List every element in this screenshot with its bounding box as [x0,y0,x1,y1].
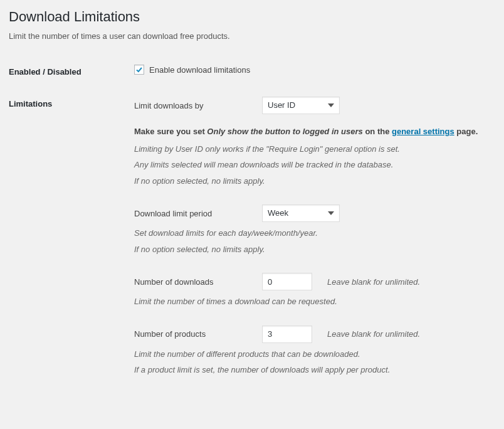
limit-by-desc-1: Limiting by User ID only works if the "R… [134,143,489,156]
period-select[interactable]: Week [262,204,340,222]
products-input[interactable] [262,326,312,343]
limit-by-select[interactable]: User ID [262,97,340,114]
row-enabled-label: Enabled / Disabled [9,56,134,88]
enable-checkbox-label[interactable]: Enable download limitations [134,65,250,75]
downloads-label: Number of downloads [134,277,247,287]
enable-checkbox[interactable] [134,65,144,75]
page-subheading: Limit the number of times a user can dow… [9,31,495,41]
limit-by-label: Limit downloads by [134,101,247,110]
products-label: Number of products [134,329,247,339]
note-general-settings: Make sure you set Only show the button t… [134,125,489,138]
period-desc-2: If no option selected, no limits apply. [134,243,489,256]
enable-checkbox-text: Enable download limitations [149,65,250,75]
downloads-hint: Leave blank for unlimited. [327,277,420,287]
period-label: Download limit period [134,209,247,218]
settings-table: Enabled / Disabled Enable download limit… [9,56,495,389]
products-hint: Leave blank for unlimited. [327,329,420,339]
downloads-desc: Limit the number of times a download can… [134,295,489,308]
general-settings-link[interactable]: general settings [392,127,454,136]
products-desc-1: Limit the number of different products t… [134,348,489,361]
period-desc-1: Set download limits for each day/week/mo… [134,227,489,240]
products-desc-2: If a product limit is set, the number of… [134,364,489,376]
limit-by-desc-2: Any limits selected will mean downloads … [134,159,489,171]
row-limitations-label: Limitations [9,88,134,389]
check-icon [135,66,143,73]
limit-by-desc-3: If no option selected, no limits apply. [134,175,489,188]
downloads-input[interactable] [262,273,312,290]
page-title: Download Limitations [9,9,495,25]
